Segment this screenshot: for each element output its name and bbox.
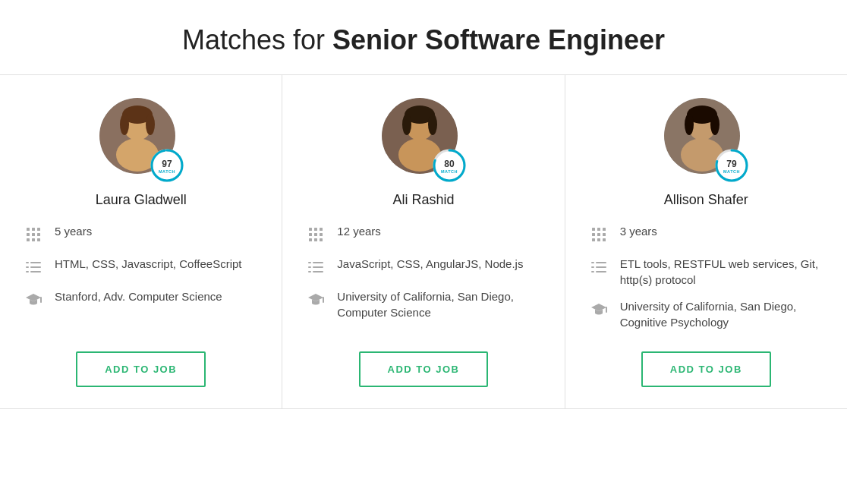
education-text: Stanford, Adv. Computer Science <box>55 288 222 304</box>
education-text: University of California, San Diego, Com… <box>337 288 541 320</box>
candidates-grid: 97 MATCH Laura Gladwell 5 years HTML <box>0 75 847 409</box>
skills-item: HTML, CSS, Javascript, CoffeeScript <box>23 256 259 278</box>
svg-marker-52 <box>308 294 323 301</box>
svg-rect-68 <box>597 233 600 236</box>
candidate-name: Allison Shafer <box>664 192 748 208</box>
svg-rect-73 <box>591 262 594 263</box>
detail-list: 3 years ETL tools, RESTFUL web services,… <box>588 223 824 330</box>
svg-rect-11 <box>32 228 35 231</box>
experience-text: 12 years <box>337 223 381 239</box>
svg-point-58 <box>685 114 694 135</box>
match-badge: 97 MATCH <box>148 146 186 184</box>
list-icon <box>23 257 44 278</box>
svg-rect-22 <box>30 266 41 268</box>
building-icon <box>305 224 326 245</box>
add-to-job-button[interactable]: ADD TO JOB <box>359 351 489 387</box>
detail-list: 12 years JavaScript, CSS, AngularJS, Nod… <box>305 223 541 320</box>
svg-rect-74 <box>596 262 606 263</box>
svg-rect-70 <box>592 238 595 241</box>
list-icon <box>588 257 609 278</box>
svg-text:80: 80 <box>444 159 455 169</box>
avatar-wrapper: 80 MATCH <box>382 98 465 181</box>
experience-text: 5 years <box>55 223 92 239</box>
experience-item: 5 years <box>23 223 259 245</box>
svg-rect-65 <box>597 228 600 231</box>
svg-rect-67 <box>592 233 595 236</box>
svg-text:MATCH: MATCH <box>159 169 175 174</box>
svg-rect-38 <box>314 228 317 231</box>
education-icon <box>588 299 609 320</box>
svg-text:MATCH: MATCH <box>441 169 458 174</box>
candidate-card-allison: 79 MATCH Allison Shafer 3 years ETL <box>565 75 847 408</box>
svg-point-5 <box>146 114 155 135</box>
svg-rect-14 <box>32 233 35 236</box>
svg-point-32 <box>428 114 437 135</box>
svg-rect-41 <box>314 233 317 236</box>
svg-rect-16 <box>27 238 30 241</box>
svg-rect-19 <box>26 262 29 263</box>
svg-marker-25 <box>26 294 41 301</box>
svg-rect-40 <box>309 233 312 236</box>
match-badge: 79 MATCH <box>713 146 751 184</box>
add-to-job-button[interactable]: ADD TO JOB <box>76 351 206 387</box>
svg-rect-45 <box>320 238 323 241</box>
svg-rect-39 <box>320 228 323 231</box>
experience-item: 12 years <box>305 223 541 245</box>
svg-rect-72 <box>603 238 606 241</box>
svg-rect-12 <box>37 228 40 231</box>
detail-list: 5 years HTML, CSS, Javascript, CoffeeScr… <box>23 223 259 310</box>
skills-item: ETL tools, RESTFUL web services, Git, ht… <box>588 256 824 288</box>
svg-rect-78 <box>596 271 606 272</box>
list-icon <box>305 257 326 278</box>
svg-rect-10 <box>27 228 30 231</box>
svg-point-4 <box>120 114 129 135</box>
svg-point-59 <box>710 114 719 135</box>
svg-rect-76 <box>596 266 606 268</box>
svg-rect-49 <box>313 266 323 268</box>
education-text: University of California, San Diego, Cog… <box>620 298 824 330</box>
svg-text:79: 79 <box>727 159 738 169</box>
building-icon <box>588 224 609 245</box>
svg-rect-15 <box>37 233 40 236</box>
skills-text: HTML, CSS, Javascript, CoffeeScript <box>55 256 241 272</box>
svg-rect-64 <box>592 228 595 231</box>
svg-marker-79 <box>591 304 606 311</box>
svg-rect-18 <box>37 238 40 241</box>
education-item: University of California, San Diego, Cog… <box>588 298 824 330</box>
page-title: Matches for Senior Software Engineer <box>0 0 847 75</box>
svg-rect-20 <box>30 262 41 263</box>
match-badge: 80 MATCH <box>430 146 468 184</box>
svg-rect-43 <box>309 238 312 241</box>
skills-text: ETL tools, RESTFUL web services, Git, ht… <box>620 256 824 288</box>
svg-rect-23 <box>26 271 29 272</box>
svg-rect-13 <box>27 233 30 236</box>
svg-rect-75 <box>591 266 594 268</box>
svg-rect-17 <box>32 238 35 241</box>
svg-rect-46 <box>308 262 311 263</box>
candidate-name: Laura Gladwell <box>96 192 187 208</box>
svg-rect-50 <box>308 271 311 272</box>
education-item: Stanford, Adv. Computer Science <box>23 288 259 310</box>
building-icon <box>23 224 44 245</box>
svg-rect-21 <box>26 266 29 268</box>
svg-rect-48 <box>308 266 311 268</box>
avatar-wrapper: 97 MATCH <box>99 98 183 181</box>
svg-text:97: 97 <box>162 159 172 169</box>
add-to-job-button[interactable]: ADD TO JOB <box>641 351 771 387</box>
skills-text: JavaScript, CSS, AngularJS, Node.js <box>337 256 523 272</box>
svg-point-31 <box>402 114 411 135</box>
svg-rect-66 <box>603 228 606 231</box>
svg-rect-24 <box>30 271 41 272</box>
svg-rect-47 <box>313 262 323 263</box>
education-icon <box>23 289 44 310</box>
education-icon <box>305 289 326 310</box>
svg-text:MATCH: MATCH <box>723 169 740 174</box>
svg-rect-77 <box>591 271 594 272</box>
skills-item: JavaScript, CSS, AngularJS, Node.js <box>305 256 541 278</box>
svg-rect-44 <box>314 238 317 241</box>
candidate-card-ali: 80 MATCH Ali Rashid 12 years JavaScr <box>282 75 565 408</box>
svg-rect-51 <box>313 271 323 272</box>
svg-rect-37 <box>309 228 312 231</box>
avatar-wrapper: 79 MATCH <box>664 98 748 181</box>
svg-rect-69 <box>603 233 606 236</box>
